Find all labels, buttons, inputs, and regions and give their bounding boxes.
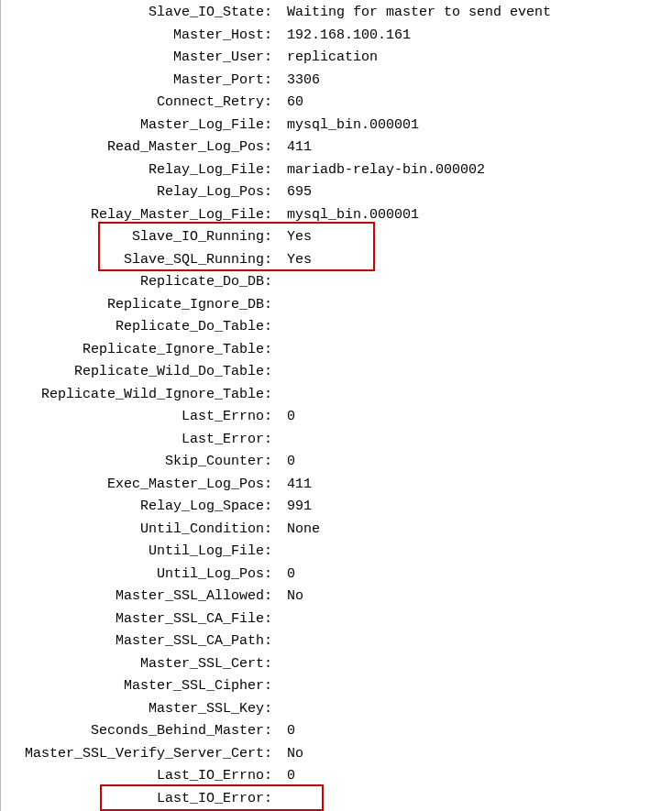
status-row: Relay_Log_File:mariadb-relay-bin.000002 [1,159,672,182]
status-label: Master_SSL_Allowed: [1,586,278,608]
status-value: Yes [278,226,312,249]
status-label: Master_Host: [1,25,278,48]
status-value: mysql_bin.000001 [278,115,419,137]
status-row: Master_User:replication [1,47,672,70]
status-value [278,294,287,317]
status-row: Master_SSL_Allowed:No [1,586,672,608]
status-row: Slave_SQL_Running:Yes [1,249,672,272]
status-label: Until_Condition: [1,519,278,542]
status-row: Master_SSL_CA_Path: [1,630,672,653]
status-value: No [278,586,303,608]
status-row: Relay_Master_Log_File:mysql_bin.000001 [1,204,672,227]
status-label: Master_Log_File: [1,115,278,137]
status-value [278,698,287,721]
status-value: mariadb-relay-bin.000002 [278,159,485,182]
status-row: Read_Master_Log_Pos:411 [1,137,672,159]
status-row: Master_SSL_Cert: [1,653,672,676]
status-value [278,339,287,362]
status-value: None [278,519,320,542]
status-label: Master_SSL_CA_Path: [1,630,278,653]
status-label: Replicate_Ignore_DB: [1,294,278,317]
status-value [278,630,287,653]
status-value: 60 [278,92,303,115]
status-row: Last_Errno:0 [1,406,672,429]
status-value [278,675,287,698]
status-row: Replicate_Wild_Do_Table: [1,361,672,384]
status-label: Relay_Log_File: [1,159,278,182]
status-row: Master_SSL_Key: [1,698,672,721]
status-row: Replicate_Ignore_Table: [1,339,672,362]
status-label: Relay_Log_Pos: [1,181,278,204]
status-label: Relay_Master_Log_File: [1,204,278,227]
status-value: 991 [278,496,312,519]
status-label: Replicate_Wild_Ignore_Table: [1,384,278,407]
status-label: Master_SSL_Cert: [1,653,278,676]
status-value [278,361,287,384]
status-label: Master_SSL_CA_File: [1,608,278,631]
status-label: Replicate_Ignore_Table: [1,339,278,362]
status-value [278,653,287,676]
terminal-output: Slave_IO_State:Waiting for master to sen… [0,0,672,811]
status-row: Skip_Counter:0 [1,451,672,474]
status-value [278,608,287,631]
status-value: 0 [278,765,295,788]
status-value: mysql_bin.000001 [278,204,419,227]
status-label: Master_User: [1,47,278,70]
status-label: Skip_Counter: [1,451,278,474]
status-value: 192.168.100.161 [278,25,411,48]
status-row: Master_Log_File:mysql_bin.000001 [1,115,672,137]
status-value: Waiting for master to send event [278,2,551,25]
status-value [278,541,287,564]
status-label: Connect_Retry: [1,92,278,115]
status-row: Slave_IO_State:Waiting for master to sen… [1,2,672,25]
status-label: Slave_IO_State: [1,2,278,25]
status-label: Master_SSL_Verify_Server_Cert: [1,743,278,766]
status-label: Last_IO_Errno: [1,765,278,788]
status-label: Last_IO_Error: [1,788,278,811]
status-row: Replicate_Do_Table: [1,316,672,339]
status-row: Master_SSL_Cipher: [1,675,672,698]
status-label: Master_SSL_Cipher: [1,675,278,698]
status-value [278,384,287,407]
status-row: Until_Log_Pos:0 [1,564,672,586]
status-value [278,429,287,452]
status-row: Master_Port:3306 [1,70,672,93]
status-value: 0 [278,451,295,474]
status-label: Last_Error: [1,429,278,452]
status-value: 411 [278,137,312,159]
status-label: Until_Log_File: [1,541,278,564]
status-value: 0 [278,720,295,743]
status-row: Master_Host:192.168.100.161 [1,25,672,48]
status-row: Last_IO_Errno:0 [1,765,672,788]
status-row: Connect_Retry:60 [1,92,672,115]
status-row: Seconds_Behind_Master:0 [1,720,672,743]
status-row: Replicate_Wild_Ignore_Table: [1,384,672,407]
status-value: replication [278,47,378,70]
status-row: Last_Error: [1,429,672,452]
status-value: 0 [278,406,295,429]
status-label: Replicate_Do_Table: [1,316,278,339]
status-row: Replicate_Do_DB: [1,271,672,294]
status-value [278,788,287,811]
status-row: Last_IO_Error: [1,788,672,811]
status-row: Until_Log_File: [1,541,672,564]
status-label: Exec_Master_Log_Pos: [1,474,278,497]
status-label: Seconds_Behind_Master: [1,720,278,743]
status-row: Relay_Log_Space:991 [1,496,672,519]
status-label: Last_Errno: [1,406,278,429]
status-value: 3306 [278,70,320,93]
status-label: Slave_SQL_Running: [1,249,278,272]
status-value: Yes [278,249,312,272]
status-value [278,271,287,294]
status-label: Master_SSL_Key: [1,698,278,721]
status-row: Master_SSL_Verify_Server_Cert:No [1,743,672,766]
status-label: Slave_IO_Running: [1,226,278,249]
status-value: 0 [278,564,295,586]
status-row: Replicate_Ignore_DB: [1,294,672,317]
status-label: Replicate_Wild_Do_Table: [1,361,278,384]
status-row: Until_Condition:None [1,519,672,542]
status-row: Slave_IO_Running:Yes [1,226,672,249]
status-label: Until_Log_Pos: [1,564,278,586]
status-label: Read_Master_Log_Pos: [1,137,278,159]
status-value [278,316,287,339]
